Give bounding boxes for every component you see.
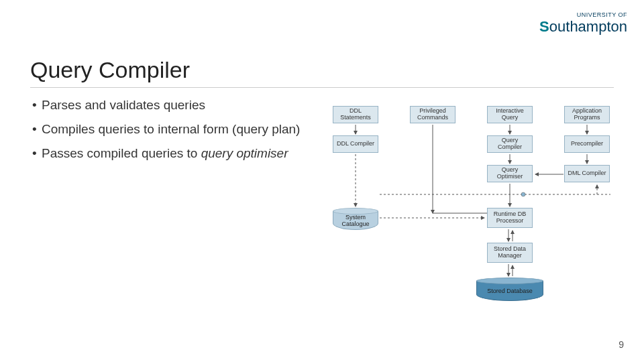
box-dml-compiler: DML Compiler [564, 165, 610, 182]
cylinder-stored-database: Stored Database [476, 278, 543, 301]
box-query-optimiser: Query Optimiser [487, 165, 533, 182]
logo: UNIVERSITY OF Southampton [539, 12, 627, 34]
stored-database-label: Stored Database [487, 288, 533, 294]
svg-point-17 [521, 192, 525, 196]
box-privileged-commands: Privileged Commands [410, 106, 455, 123]
box-interactive-query: Interactive Query [487, 106, 533, 123]
bullet-2: Compiles queries to internal form (query… [32, 121, 314, 137]
system-catalogue-label: System Catalogue [341, 214, 369, 227]
architecture-diagram: DDL Statements Privileged Commands Inter… [329, 101, 624, 322]
box-ddl-statements: DDL Statements [333, 106, 378, 123]
bullet-1: Parses and validates queries [32, 97, 314, 113]
box-stored-data-manager: Stored Data Manager [487, 243, 533, 263]
cylinder-system-catalogue: System Catalogue [333, 208, 378, 230]
page-number: 9 [619, 339, 624, 350]
box-query-compiler: Query Compiler [487, 135, 533, 153]
box-application-programs: Application Programs [564, 106, 610, 123]
logo-tagline: UNIVERSITY OF [539, 12, 627, 18]
bullet-3: Passes compiled queries to query optimis… [32, 145, 314, 162]
logo-name: Southampton [539, 18, 627, 35]
box-runtime-db-processor: Runtime DB Processor [487, 208, 533, 228]
bullet-list: Parses and validates queries Compiles qu… [32, 97, 314, 169]
box-precompiler: Precompiler [564, 135, 610, 153]
box-ddl-compiler: DDL Compiler [333, 135, 378, 153]
page-title: Query Compiler [30, 57, 614, 88]
